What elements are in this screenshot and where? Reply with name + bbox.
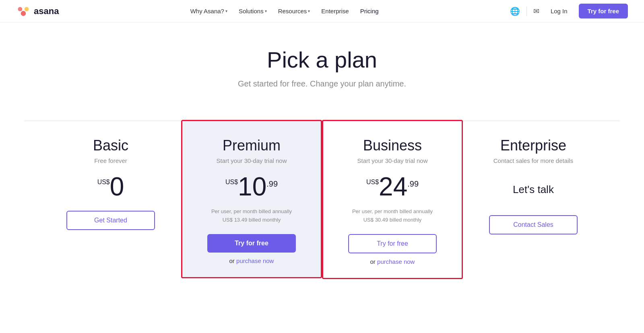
nav-item-why-asana[interactable]: Why Asana? ▾: [186, 4, 232, 18]
plan-enterprise: Enterprise Contact sales for more detail…: [463, 121, 604, 247]
nav-try-free-button[interactable]: Try for free: [579, 4, 628, 18]
svg-point-0: [21, 11, 26, 16]
plan-tagline-business: Start your 30-day trial now: [357, 157, 427, 164]
price-main-premium: 10: [238, 174, 266, 199]
svg-point-2: [25, 7, 29, 11]
plan-name-enterprise: Enterprise: [500, 137, 566, 154]
nav-divider: [526, 6, 527, 16]
nav-item-pricing[interactable]: Pricing: [355, 4, 384, 18]
cta-button-basic[interactable]: Get Started: [66, 211, 155, 230]
chevron-down-icon: ▾: [308, 9, 310, 13]
nav-right: 🌐 ✉ Log In Try for free: [510, 4, 628, 18]
nav-links: Why Asana? ▾ Solutions ▾ Resources ▾ Ent…: [186, 4, 384, 18]
logo[interactable]: asana: [16, 4, 59, 18]
cta-button-enterprise[interactable]: Contact Sales: [489, 215, 578, 234]
price-currency-business: US$: [366, 179, 379, 186]
plan-price-premium: US$ 10 .99: [225, 174, 278, 199]
plan-tagline-premium: Start your 30-day trial now: [216, 157, 287, 164]
price-decimal-premium: .99: [266, 179, 278, 189]
mail-icon[interactable]: ✉: [533, 7, 539, 16]
purchase-link-business: or purchase now: [370, 258, 415, 265]
navbar: asana Why Asana? ▾ Solutions ▾ Resources…: [0, 0, 644, 23]
plan-tagline-basic: Free forever: [94, 157, 127, 164]
plan-billing-business: Per user, per month billed annually US$ …: [352, 208, 433, 224]
purchase-now-link-premium[interactable]: purchase now: [236, 257, 274, 264]
nav-item-resources[interactable]: Resources ▾: [273, 4, 315, 18]
purchase-link-premium: or purchase now: [229, 257, 274, 264]
plan-tagline-enterprise: Contact sales for more details: [493, 157, 573, 164]
price-currency-basic: US$: [97, 179, 110, 186]
login-button[interactable]: Log In: [546, 5, 572, 17]
plan-name-business: Business: [363, 137, 422, 154]
chevron-down-icon: ▾: [265, 9, 267, 13]
logo-text: asana: [34, 6, 59, 16]
plan-name-basic: Basic: [93, 137, 128, 154]
hero-section: Pick a plan Get started for free. Change…: [0, 23, 644, 105]
plan-business: Business Start your 30-day trial now US$…: [322, 120, 463, 279]
hero-subtitle: Get started for free. Change your plan a…: [16, 79, 628, 88]
page-title: Pick a plan: [16, 47, 628, 73]
purchase-now-link-business[interactable]: purchase now: [377, 258, 415, 265]
cta-button-business[interactable]: Try for free: [348, 234, 437, 253]
cta-button-premium[interactable]: Try for free: [207, 234, 296, 253]
pricing-grid: Basic Free forever US$ 0 Get Started Pre…: [40, 121, 604, 279]
chevron-down-icon: ▾: [225, 9, 227, 13]
globe-icon[interactable]: 🌐: [510, 6, 520, 16]
price-main-business: 24: [379, 174, 407, 199]
plan-price-business: US$ 24 .99: [366, 174, 419, 199]
plan-premium: Premium Start your 30-day trial now US$ …: [181, 120, 322, 278]
plan-name-premium: Premium: [223, 137, 281, 154]
price-currency-premium: US$: [225, 179, 238, 186]
price-main-basic: 0: [110, 174, 124, 199]
plan-lets-talk: Let's talk: [513, 183, 554, 196]
svg-point-1: [18, 7, 23, 11]
plan-price-basic: US$ 0: [97, 174, 124, 199]
nav-item-enterprise[interactable]: Enterprise: [316, 4, 353, 18]
price-decimal-business: .99: [407, 179, 419, 189]
plan-basic: Basic Free forever US$ 0 Get Started: [40, 121, 181, 243]
plan-billing-premium: Per user, per month billed annually US$ …: [211, 208, 292, 224]
pricing-section: Basic Free forever US$ 0 Get Started Pre…: [0, 121, 644, 303]
nav-item-solutions[interactable]: Solutions ▾: [234, 4, 272, 18]
